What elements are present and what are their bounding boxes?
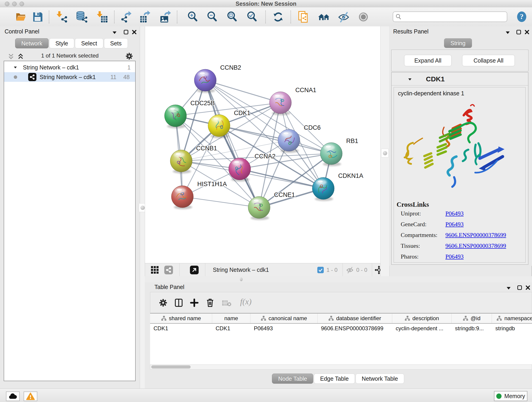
network-node-CCNB1[interactable] <box>170 150 192 173</box>
zoom-fit-button[interactable] <box>226 11 239 23</box>
crosslink-link[interactable]: P06493 <box>445 221 463 228</box>
hide-selected-button[interactable] <box>337 11 350 23</box>
crosslink-link[interactable]: 9606.ENSP00000378699 <box>445 232 506 239</box>
horizontal-splitter[interactable] <box>145 276 532 282</box>
delete-table-icon[interactable] <box>222 300 231 306</box>
network-node-CDKN1A[interactable] <box>312 177 334 201</box>
window-minimize-button[interactable] <box>12 2 17 6</box>
cloud-button[interactable] <box>6 391 20 401</box>
column-header-namespace[interactable]: namespace <box>492 313 532 323</box>
open-folder-icon <box>14 11 27 23</box>
right-splitter[interactable] <box>380 26 389 276</box>
expand-all-button[interactable]: Expand All <box>404 55 452 66</box>
panel-menu-caret-icon[interactable] <box>112 30 117 35</box>
tab-string[interactable]: String <box>444 38 472 48</box>
network-options-gear-icon[interactable] <box>126 52 133 60</box>
network-graph[interactable]: CCNB2CCNA1CDC25BCDK1CDC6RB1CCNB1CCNA2CDK… <box>145 26 380 263</box>
import-network-button[interactable] <box>56 11 68 23</box>
collection-expander-icon[interactable] <box>13 65 17 70</box>
tab-style[interactable]: Style <box>49 38 75 48</box>
cell-description[interactable]: cyclin-dependent ... <box>392 324 452 333</box>
tab-edge-table[interactable]: Edge Table <box>314 374 355 384</box>
panel-float-icon[interactable] <box>517 285 522 290</box>
column-header-description[interactable]: description <box>392 313 452 323</box>
column-header-database-identifier[interactable]: database identifier <box>317 313 392 323</box>
export-table-button[interactable] <box>139 11 152 23</box>
column-header-shared-name[interactable]: shared name <box>150 313 212 323</box>
add-column-icon[interactable] <box>190 298 199 307</box>
cell-id[interactable]: stringdb:9... <box>452 324 492 333</box>
zoom-out-button[interactable] <box>206 11 219 23</box>
network-row-selected[interactable]: String Network – cdk1 11 48 <box>4 72 135 82</box>
function-builder-icon[interactable]: f(x) <box>240 297 252 306</box>
import-network-icon <box>56 11 68 23</box>
import-from-database-button[interactable] <box>75 11 89 23</box>
refresh-button[interactable] <box>272 11 284 23</box>
column-header-canonical-name[interactable]: canonical name <box>250 313 317 323</box>
export-image-button[interactable] <box>159 11 172 23</box>
open-session-button[interactable] <box>14 11 27 23</box>
save-session-button[interactable] <box>32 11 44 23</box>
selected-checkbox[interactable] <box>317 267 324 273</box>
cell-name[interactable]: CDK1 <box>212 324 250 333</box>
tab-sets[interactable]: Sets <box>104 38 128 48</box>
gene-header[interactable]: CDK1 <box>392 72 528 85</box>
table-row[interactable]: CDK1 CDK1 P06493 9606.ENSP00000378699 cy… <box>150 324 532 333</box>
show-hidden-button[interactable] <box>357 11 369 23</box>
scrollbar-thumb[interactable] <box>151 365 191 369</box>
window-close-button[interactable] <box>5 2 9 6</box>
zoom-selected-button[interactable] <box>246 11 259 23</box>
clone-network-button[interactable] <box>297 10 310 24</box>
panel-close-icon[interactable] <box>524 29 530 35</box>
tab-network[interactable]: Network <box>15 38 49 48</box>
panel-menu-caret-icon[interactable] <box>505 30 510 35</box>
cell-namespace[interactable]: stringdb <box>492 324 532 333</box>
right-splitter-handle[interactable] <box>381 149 389 157</box>
help-button[interactable]: ? <box>516 11 527 22</box>
panel-close-icon[interactable] <box>525 285 531 290</box>
selected-ratio: 1 - 0 <box>326 267 337 273</box>
network-share-button[interactable] <box>164 266 173 274</box>
network-node-CDC25B[interactable] <box>165 105 186 128</box>
network-node-CCNE1[interactable] <box>248 196 270 220</box>
network-collection-row[interactable]: String Network – cdk1 1 <box>4 63 135 72</box>
delete-column-trash-icon[interactable] <box>205 298 215 308</box>
cell-database-identifier[interactable]: 9606.ENSP00000378699 <box>317 324 392 333</box>
network-canvas[interactable]: CCNB2CCNA1CDC25BCDK1CDC6RB1CCNB1CCNA2CDK… <box>145 26 380 263</box>
crosslink-link[interactable]: P06493 <box>445 210 463 217</box>
gene-expander-icon[interactable] <box>408 77 412 82</box>
network-node-CDC6[interactable] <box>278 129 300 153</box>
tab-network-table[interactable]: Network Table <box>355 374 404 384</box>
collapse-all-button[interactable]: Collapse All <box>462 55 515 66</box>
crosslink-link[interactable]: P06493 <box>445 253 463 260</box>
network-node-CCNA1[interactable] <box>269 92 291 115</box>
network-node-RB1[interactable] <box>320 143 342 166</box>
panel-float-icon[interactable] <box>123 29 129 35</box>
panel-menu-caret-icon[interactable] <box>506 285 511 291</box>
panel-close-icon[interactable] <box>132 29 137 35</box>
table-horizontal-scrollbar[interactable] <box>150 364 532 370</box>
left-splitter[interactable] <box>140 26 145 389</box>
window-zoom-button[interactable] <box>19 2 24 6</box>
show-all-networks-button[interactable] <box>317 11 331 23</box>
open-in-window-button[interactable] <box>190 266 199 274</box>
column-header-id[interactable]: @id <box>452 313 492 323</box>
show-columns-icon[interactable] <box>174 298 183 307</box>
cell-canonical-name[interactable]: P06493 <box>250 324 317 333</box>
zoom-in-button[interactable] <box>187 11 199 23</box>
memory-button[interactable]: Memory <box>494 391 527 401</box>
panel-float-icon[interactable] <box>516 29 521 35</box>
cell-shared-name[interactable]: CDK1 <box>150 324 212 333</box>
hidden-elements-button[interactable] <box>346 266 354 274</box>
column-header-name[interactable]: name <box>212 313 250 323</box>
tab-node-table[interactable]: Node Table <box>272 374 313 384</box>
crosslink-link[interactable]: 9606.ENSP00000378699 <box>445 242 506 249</box>
export-network-button[interactable] <box>120 11 133 23</box>
network-node-HIST1H1A[interactable] <box>171 186 193 209</box>
import-table-button[interactable] <box>95 11 108 23</box>
search-input[interactable] <box>393 12 507 22</box>
tab-select[interactable]: Select <box>75 38 103 48</box>
table-options-gear-icon[interactable] <box>159 299 167 307</box>
warnings-button[interactable] <box>24 391 37 401</box>
birds-eye-grid-button[interactable] <box>151 266 159 274</box>
